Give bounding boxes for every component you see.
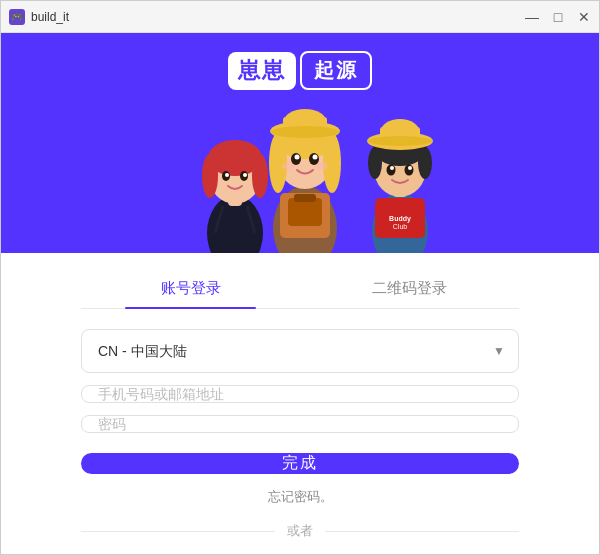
minimize-button[interactable]: — <box>525 10 539 24</box>
svg-point-9 <box>243 173 247 177</box>
app-content: 崽崽 起源 <box>1 33 599 554</box>
logo-sub: 起源 <box>300 51 372 90</box>
main-window: 🎮 build_it — □ ✕ 崽崽 起源 <box>0 0 600 555</box>
svg-point-22 <box>271 126 339 138</box>
svg-point-28 <box>316 162 328 170</box>
svg-rect-29 <box>288 198 322 226</box>
svg-text:Buddy: Buddy <box>389 215 411 223</box>
hero-banner: 崽崽 起源 <box>1 33 599 253</box>
login-area: 账号登录 二维码登录 CN - 中国大陆 ▼ 完成 忘记密码。 或者 <box>1 253 599 554</box>
title-bar: 🎮 build_it — □ ✕ <box>1 1 599 33</box>
svg-point-43 <box>368 136 432 146</box>
svg-point-46 <box>390 166 394 170</box>
svg-point-5 <box>252 154 268 198</box>
window-controls: — □ ✕ <box>525 10 591 24</box>
svg-point-44 <box>387 165 396 176</box>
svg-point-8 <box>225 173 229 177</box>
password-input[interactable] <box>81 415 519 433</box>
region-select[interactable]: CN - 中国大陆 <box>81 329 519 373</box>
hero-logo: 崽崽 起源 <box>228 51 372 90</box>
svg-text:Club: Club <box>393 223 408 230</box>
title-bar-text: build_it <box>31 10 525 24</box>
login-tabs: 账号登录 二维码登录 <box>81 269 519 309</box>
logo-main: 崽崽 <box>228 52 296 90</box>
region-select-wrapper: CN - 中国大陆 ▼ <box>81 329 519 373</box>
svg-point-47 <box>408 166 412 170</box>
svg-point-27 <box>282 162 294 170</box>
divider-text: 或者 <box>287 522 313 540</box>
svg-point-26 <box>313 155 318 160</box>
maximize-button[interactable]: □ <box>551 10 565 24</box>
svg-point-45 <box>405 165 414 176</box>
app-icon: 🎮 <box>9 9 25 25</box>
svg-rect-30 <box>294 194 316 202</box>
characters-illustration: Buddy Club <box>150 68 450 253</box>
divider-line-left <box>81 531 275 532</box>
tab-qrcode-login[interactable]: 二维码登录 <box>300 269 519 308</box>
divider: 或者 <box>81 522 519 540</box>
close-button[interactable]: ✕ <box>577 10 591 24</box>
divider-line-right <box>325 531 519 532</box>
svg-point-39 <box>418 147 432 179</box>
tab-account-login[interactable]: 账号登录 <box>81 269 300 308</box>
svg-point-38 <box>368 147 382 179</box>
svg-point-4 <box>202 154 218 198</box>
svg-point-25 <box>295 155 300 160</box>
phone-email-input[interactable] <box>81 385 519 403</box>
submit-button[interactable]: 完成 <box>81 453 519 474</box>
forgot-password-link[interactable]: 忘记密码。 <box>268 488 333 506</box>
